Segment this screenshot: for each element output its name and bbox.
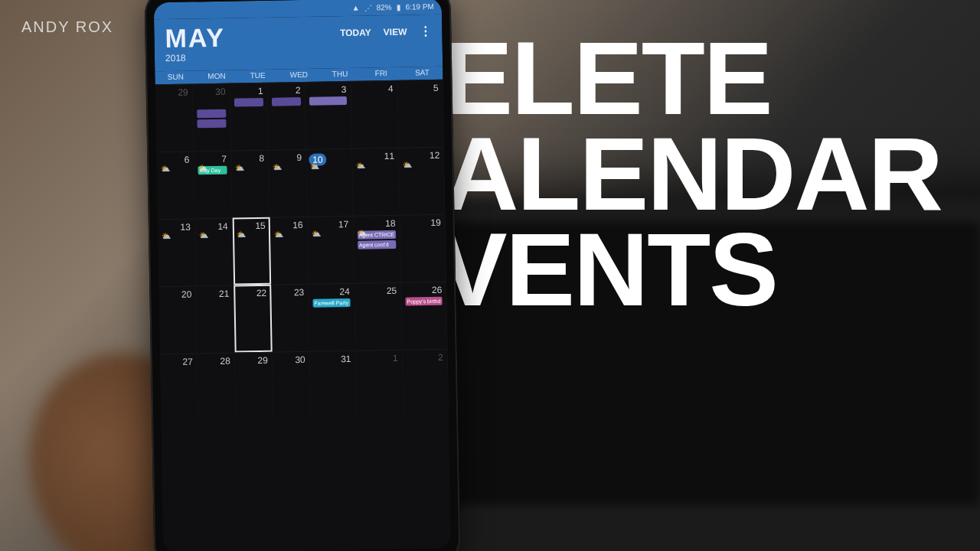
day-number: 9 <box>271 152 303 164</box>
day-cell[interactable]: 12⛅ <box>399 147 446 215</box>
day-number: 5 <box>400 83 439 94</box>
day-cell[interactable]: 7⛅May Day <box>194 151 232 219</box>
day-number: 7 <box>196 154 228 165</box>
day-number: 2 <box>270 85 302 96</box>
day-cell[interactable]: 31 <box>310 350 357 419</box>
dow-mon: MON <box>196 71 237 80</box>
day-number: 30 <box>275 354 307 366</box>
day-number: 13 <box>160 222 192 233</box>
day-cell[interactable]: 8⛅ <box>231 150 270 218</box>
day-cell[interactable]: 21 <box>196 285 234 354</box>
month-label: MAY <box>165 24 225 51</box>
day-cell[interactable]: 3 <box>305 81 351 149</box>
day-number: 22 <box>236 288 268 299</box>
day-cell[interactable]: 1 <box>355 350 403 418</box>
event-chip[interactable] <box>197 109 226 119</box>
weather-icon: ⛅ <box>235 163 244 171</box>
day-cell[interactable]: 29 <box>155 83 194 152</box>
day-cell[interactable]: 26Poppy's birthd <box>401 282 448 350</box>
signal-icon: ▲ <box>352 3 360 11</box>
weather-icon: ⛅ <box>312 230 321 238</box>
weather-icon: ⛅ <box>357 229 366 237</box>
overlay-title-line-1: DELETE <box>370 31 942 126</box>
day-number: 15 <box>235 220 267 232</box>
day-cell[interactable]: 19 <box>400 214 446 282</box>
dow-thu: THU <box>319 70 361 79</box>
overlay-title-line-2: CALENDAR <box>370 126 942 222</box>
weather-icon: ⛅ <box>237 230 246 239</box>
month-block[interactable]: MAY 2018 <box>165 24 225 64</box>
day-number: 31 <box>312 354 353 365</box>
day-cell[interactable]: 2 <box>403 349 449 417</box>
day-number: 23 <box>273 287 305 298</box>
day-cell[interactable]: 15⛅ <box>233 217 271 285</box>
day-number: 14 <box>198 221 230 233</box>
day-number: 20 <box>161 289 193 300</box>
clock: 6:19 PM <box>406 2 434 11</box>
day-number: 4 <box>353 83 395 95</box>
day-number: 27 <box>162 356 194 367</box>
calendar-appbar: MAY 2018 TODAY VIEW ⋮ <box>154 15 443 72</box>
day-number: 30 <box>195 86 227 98</box>
event-chip[interactable] <box>309 96 347 106</box>
view-button[interactable]: VIEW <box>384 27 407 38</box>
event-chip[interactable] <box>234 98 263 107</box>
day-number: 25 <box>357 285 399 297</box>
phone-frame: ▲ ⋰ 82% ▮ 6:19 PM MAY 2018 TODAY VIEW ⋮ … <box>144 0 460 551</box>
day-cell[interactable]: 11⛅ <box>352 148 400 216</box>
event-chip[interactable]: Agent cont'd <box>358 240 396 249</box>
weather-icon: ⛅ <box>274 230 283 238</box>
day-cell[interactable]: 22 <box>234 285 272 353</box>
day-cell[interactable]: 30 <box>273 351 311 419</box>
day-cell[interactable]: 27 <box>160 353 198 421</box>
day-cell[interactable]: 18⛅Agent CTRICEAgent cont'd <box>353 215 401 283</box>
day-cell[interactable]: 10⛅ <box>306 148 353 217</box>
weather-icon: ⛅ <box>310 162 319 171</box>
battery-icon: ▮ <box>397 2 401 11</box>
day-number: 26 <box>403 285 443 296</box>
day-cell[interactable]: 13⛅ <box>158 218 196 286</box>
day-cell[interactable]: 20 <box>158 285 197 354</box>
day-cell[interactable]: 6⛅ <box>156 151 194 219</box>
calendar-grid: 2930123456⛅7⛅May Day8⛅9⛅10⛅11⛅12⛅13⛅14⛅1… <box>155 80 449 421</box>
day-cell[interactable]: 1 <box>230 83 268 151</box>
day-cell[interactable]: 16⛅ <box>270 217 308 285</box>
day-number: 29 <box>237 355 270 367</box>
event-chip[interactable]: Farewell Party <box>312 298 350 308</box>
event-chip[interactable] <box>197 119 226 129</box>
day-number: 3 <box>307 84 348 96</box>
day-cell[interactable]: 14⛅ <box>195 218 234 286</box>
day-number: 6 <box>158 155 191 166</box>
event-chip[interactable]: Poppy's birthd <box>405 297 442 306</box>
channel-watermark: ANDY ROX <box>21 18 113 36</box>
dow-sun: SUN <box>155 72 196 81</box>
day-number: 8 <box>234 153 266 165</box>
more-menu-icon[interactable]: ⋮ <box>419 25 431 37</box>
day-cell[interactable]: 2 <box>267 82 305 150</box>
day-number: 19 <box>403 217 443 229</box>
day-cell[interactable]: 4 <box>351 80 399 148</box>
day-cell[interactable]: 9⛅ <box>269 149 307 217</box>
day-cell[interactable]: 5 <box>397 80 444 148</box>
day-number: 29 <box>158 87 190 99</box>
weather-icon: ⛅ <box>198 164 207 172</box>
year-label: 2018 <box>165 52 226 64</box>
day-cell[interactable]: 28 <box>198 353 236 421</box>
day-cell[interactable]: 17⛅ <box>307 216 354 284</box>
dow-sat: SAT <box>402 68 443 77</box>
day-cell[interactable]: 25 <box>354 282 403 350</box>
weather-icon: ⛅ <box>273 162 282 171</box>
wifi-icon: ⋰ <box>364 3 371 11</box>
event-chip[interactable] <box>272 97 301 106</box>
dow-tue: TUE <box>237 71 279 80</box>
today-button[interactable]: TODAY <box>340 27 371 38</box>
day-cell[interactable]: 29 <box>235 352 273 420</box>
day-number: 28 <box>200 356 232 367</box>
day-cell[interactable]: 24Farewell Party <box>309 283 355 351</box>
stage: ANDY ROX DELETE CALENDAR EVENTS ▲ ⋰ 82% … <box>0 0 980 551</box>
weather-icon: ⛅ <box>160 165 169 173</box>
day-cell[interactable]: 23 <box>271 284 309 352</box>
weather-icon: ⛅ <box>162 232 171 240</box>
day-number: 12 <box>401 150 441 161</box>
day-cell[interactable]: 30 <box>193 83 231 152</box>
